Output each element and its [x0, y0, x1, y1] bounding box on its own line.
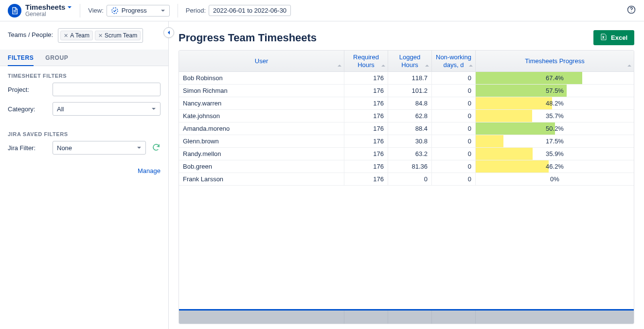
- cell-user: Amanda.moreno: [179, 122, 344, 135]
- col-user[interactable]: User: [179, 51, 344, 71]
- view-value: Progress: [122, 7, 147, 14]
- category-value: All: [57, 105, 64, 113]
- sort-icon: [381, 62, 386, 69]
- collapse-sidebar-button[interactable]: [163, 27, 174, 38]
- cell-progress: 46.2%: [476, 160, 634, 173]
- cell-required: 176: [344, 85, 388, 97]
- cell-nonworking: 0: [432, 135, 476, 147]
- project-input[interactable]: [53, 83, 161, 96]
- table-row[interactable]: Amanda.moreno17688.4050.2%: [179, 122, 634, 135]
- cell-user: Simon Richman: [179, 85, 344, 97]
- cell-progress: 50.2%: [476, 122, 634, 135]
- cell-logged: 62.8: [388, 110, 432, 122]
- cell-nonworking: 0: [432, 97, 476, 109]
- progress-label: 17.5%: [480, 138, 630, 145]
- chip-label: A Team: [70, 32, 89, 39]
- refresh-icon[interactable]: [152, 143, 161, 153]
- cell-nonworking: 0: [432, 85, 476, 97]
- table-row[interactable]: Randy.mellon17663.2035.9%: [179, 148, 634, 160]
- divider: [178, 4, 178, 17]
- col-required-hours[interactable]: Required Hours: [344, 51, 388, 71]
- timesheets-icon: [8, 4, 21, 17]
- jira-filter-select[interactable]: None: [53, 141, 146, 155]
- top-bar: Timesheets General View: Progress Period…: [0, 0, 644, 21]
- jira-filter-label: Jira Filter:: [8, 144, 47, 152]
- teams-label: Teams / People:: [8, 28, 53, 38]
- progress-icon: [111, 7, 119, 15]
- manage-link[interactable]: Manage: [138, 167, 161, 174]
- cell-user: Bob Robinson: [179, 72, 344, 84]
- timesheets-table: User Required Hours Logged Hours Non-wor…: [179, 50, 634, 324]
- excel-label: Excel: [611, 34, 627, 41]
- period-label: Period:: [186, 7, 206, 14]
- app-title: Timesheets: [25, 3, 65, 12]
- cell-logged: 30.8: [388, 135, 432, 147]
- view-label: View:: [88, 7, 104, 14]
- remove-chip-icon[interactable]: ✕: [98, 33, 103, 39]
- col-logged-hours[interactable]: Logged Hours: [388, 51, 432, 71]
- cell-required: 176: [344, 110, 388, 122]
- app-switcher[interactable]: Timesheets General: [8, 3, 72, 18]
- cell-user: Kate.johnson: [179, 110, 344, 122]
- table-row[interactable]: Simon Richman176101.2057.5%: [179, 85, 634, 97]
- cell-required: 176: [344, 97, 388, 109]
- table-row[interactable]: Bob Robinson176118.7067.4%: [179, 72, 634, 85]
- team-chip[interactable]: ✕A Team: [60, 31, 93, 40]
- table-header: User Required Hours Logged Hours Non-wor…: [179, 51, 634, 72]
- progress-label: 57.5%: [480, 87, 630, 94]
- chevron-down-icon: [161, 8, 165, 13]
- page-title: Progress Team Timesheets: [179, 32, 317, 44]
- cell-user: Bob.green: [179, 160, 344, 173]
- cell-progress: 35.9%: [476, 148, 634, 160]
- table-row[interactable]: Nancy.warren17684.8048.2%: [179, 97, 634, 110]
- category-select[interactable]: All: [53, 102, 161, 116]
- cell-user: Glenn.brown: [179, 135, 344, 147]
- sort-icon: [337, 62, 342, 69]
- cell-user: Nancy.warren: [179, 97, 344, 109]
- help-icon[interactable]: [626, 5, 636, 16]
- team-chip[interactable]: ✕Scrum Team: [95, 31, 141, 40]
- progress-label: 67.4%: [480, 74, 630, 82]
- period-picker[interactable]: 2022-06-01 to 2022-06-30: [209, 5, 291, 16]
- table-footer: [179, 309, 634, 324]
- timesheet-filters-heading: TIMESHEET FILTERS: [8, 73, 161, 79]
- category-label: Category:: [8, 105, 47, 113]
- table-row[interactable]: Kate.johnson17662.8035.7%: [179, 110, 634, 122]
- tab-group[interactable]: GROUP: [45, 50, 68, 66]
- jira-filter-value: None: [57, 144, 72, 152]
- cell-required: 176: [344, 148, 388, 160]
- progress-label: 35.9%: [480, 150, 630, 157]
- cell-required: 176: [344, 160, 388, 173]
- progress-label: 46.2%: [480, 163, 630, 170]
- cell-progress: 67.4%: [476, 72, 634, 84]
- jira-filters-heading: JIRA SAVED FILTERS: [8, 131, 161, 137]
- svg-point-0: [112, 8, 118, 14]
- cell-progress: 57.5%: [476, 85, 634, 97]
- cell-progress: 17.5%: [476, 135, 634, 147]
- chip-label: Scrum Team: [105, 32, 137, 39]
- view-select[interactable]: Progress: [107, 5, 170, 17]
- remove-chip-icon[interactable]: ✕: [64, 33, 68, 39]
- period-control: Period: 2022-06-01 to 2022-06-30: [186, 5, 291, 16]
- table-row[interactable]: Frank Larsson176000%: [179, 173, 634, 186]
- col-nonworking-days[interactable]: Non-working days, d: [432, 51, 476, 71]
- teams-chips-input[interactable]: ✕A Team✕Scrum Team: [58, 28, 143, 43]
- export-excel-button[interactable]: Excel: [593, 30, 634, 45]
- cell-required: 176: [344, 122, 388, 135]
- cell-required: 176: [344, 72, 388, 84]
- table-body: Bob Robinson176118.7067.4%Simon Richman1…: [179, 72, 634, 309]
- table-row[interactable]: Bob.green17681.36046.2%: [179, 160, 634, 173]
- cell-logged: 88.4: [388, 122, 432, 135]
- col-progress[interactable]: Timesheets Progress: [476, 51, 634, 71]
- sort-icon: [425, 62, 429, 69]
- chevron-down-icon: [137, 145, 142, 150]
- cell-progress: 0%: [476, 173, 634, 185]
- view-control: View: Progress: [88, 5, 170, 17]
- project-label: Project:: [8, 86, 47, 93]
- cell-required: 176: [344, 135, 388, 147]
- cell-nonworking: 0: [432, 160, 476, 173]
- cell-progress: 48.2%: [476, 97, 634, 109]
- table-row[interactable]: Glenn.brown17630.8017.5%: [179, 135, 634, 148]
- tab-filters[interactable]: FILTERS: [8, 50, 34, 66]
- cell-logged: 81.36: [388, 160, 432, 173]
